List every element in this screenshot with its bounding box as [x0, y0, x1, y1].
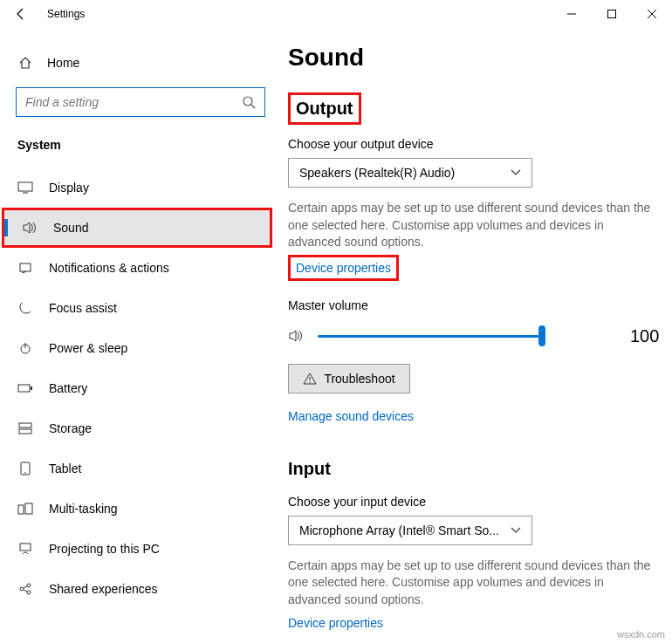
sound-icon — [22, 221, 38, 235]
svg-point-24 — [310, 381, 311, 382]
slider-thumb[interactable] — [538, 325, 545, 346]
page-title: Sound — [288, 44, 665, 72]
notifications-icon — [17, 261, 33, 275]
nav-battery[interactable]: Battery — [0, 368, 281, 408]
nav-projecting[interactable]: Projecting to this PC — [0, 529, 281, 569]
arrow-left-icon — [14, 7, 28, 21]
category-heading: System — [0, 133, 281, 168]
nav-label: Battery — [49, 381, 87, 395]
watermark: wsxdn.com — [617, 629, 665, 640]
nav-label: Focus assist — [49, 301, 117, 315]
maximize-button[interactable] — [592, 0, 632, 28]
input-helper: Certain apps may be set up to use differ… — [288, 557, 655, 609]
maximize-icon — [607, 9, 617, 19]
svg-point-20 — [27, 591, 31, 594]
output-device-properties-link[interactable]: Device properties — [288, 255, 399, 281]
nav-display[interactable]: Display — [0, 168, 281, 208]
projecting-icon — [17, 543, 33, 555]
nav-shared[interactable]: Shared experiences — [0, 569, 281, 609]
close-button[interactable] — [632, 0, 672, 28]
warning-icon — [303, 373, 317, 385]
minimize-icon — [566, 9, 577, 19]
output-section: Output Choose your output device Speaker… — [288, 92, 665, 424]
nav-label: Shared experiences — [49, 582, 158, 596]
tablet-icon — [17, 462, 33, 475]
svg-rect-4 — [18, 182, 32, 191]
volume-icon[interactable] — [288, 328, 305, 344]
input-device-properties-link[interactable]: Device properties — [288, 616, 383, 630]
home-nav[interactable]: Home — [0, 45, 281, 80]
search-box[interactable] — [16, 87, 265, 117]
svg-point-14 — [24, 472, 26, 474]
home-icon — [17, 56, 33, 70]
nav-label: Projecting to this PC — [49, 542, 160, 556]
chevron-down-icon — [511, 527, 521, 534]
power-icon — [17, 341, 33, 355]
output-helper: Certain apps may be set up to use differ… — [288, 200, 655, 251]
output-heading: Output — [288, 92, 361, 125]
svg-rect-15 — [18, 505, 24, 514]
input-device-dropdown[interactable]: Microphone Array (Intel® Smart So... — [288, 516, 532, 545]
input-section: Input Choose your input device Microphon… — [288, 455, 665, 631]
output-choose-label: Choose your output device — [288, 137, 665, 151]
close-icon — [647, 9, 657, 19]
troubleshoot-button[interactable]: Troubleshoot — [288, 364, 410, 393]
svg-rect-11 — [19, 423, 31, 428]
svg-point-2 — [243, 97, 252, 106]
nav-sound[interactable]: Sound — [2, 208, 272, 248]
troubleshoot-label: Troubleshoot — [324, 372, 394, 386]
search-container — [16, 87, 265, 117]
svg-line-3 — [251, 105, 255, 108]
input-device-value: Microphone Array (Intel® Smart So... — [299, 523, 499, 537]
nav-label: Tablet — [49, 462, 81, 475]
home-label: Home — [47, 56, 79, 70]
focus-icon — [17, 301, 33, 315]
back-button[interactable] — [0, 0, 42, 28]
nav-power[interactable]: Power & sleep — [0, 328, 281, 368]
svg-rect-10 — [31, 386, 32, 390]
slider-track — [318, 335, 545, 338]
display-icon — [17, 181, 33, 194]
svg-rect-17 — [20, 544, 31, 551]
window-controls — [552, 0, 672, 28]
input-heading: Input — [288, 455, 336, 482]
volume-slider[interactable] — [318, 327, 592, 345]
nav-focus-assist[interactable]: Focus assist — [0, 288, 281, 328]
svg-point-18 — [20, 587, 24, 591]
master-volume-label: Master volume — [288, 298, 665, 312]
svg-rect-9 — [18, 385, 30, 392]
svg-rect-6 — [20, 263, 31, 271]
battery-icon — [17, 383, 33, 393]
svg-rect-1 — [608, 10, 616, 18]
output-device-dropdown[interactable]: Speakers (Realtek(R) Audio) — [288, 158, 532, 188]
nav-label: Storage — [49, 421, 92, 435]
svg-rect-16 — [25, 503, 32, 514]
multitasking-icon — [17, 503, 33, 515]
nav-label: Notifications & actions — [49, 261, 169, 275]
input-choose-label: Choose your input device — [288, 495, 665, 509]
sidebar: Home System Display Sound Notifications … — [0, 28, 281, 643]
svg-line-21 — [24, 586, 27, 588]
nav-label: Power & sleep — [49, 341, 127, 355]
nav-tablet[interactable]: Tablet — [0, 448, 281, 489]
manage-sound-devices-link[interactable]: Manage sound devices — [288, 409, 414, 423]
nav-multitasking[interactable]: Multi-tasking — [0, 489, 281, 529]
svg-line-22 — [24, 590, 27, 592]
nav-label: Multi-tasking — [49, 502, 118, 516]
svg-point-19 — [27, 584, 31, 587]
chevron-down-icon — [511, 169, 521, 176]
nav-storage[interactable]: Storage — [0, 408, 281, 448]
nav-notifications[interactable]: Notifications & actions — [0, 248, 281, 288]
search-input[interactable] — [25, 95, 242, 109]
volume-value: 100 — [630, 326, 665, 346]
nav-label: Sound — [53, 221, 88, 235]
titlebar: Settings — [0, 0, 672, 28]
shared-icon — [17, 582, 33, 596]
main-container: Home System Display Sound Notifications … — [0, 28, 672, 643]
window-title: Settings — [42, 8, 552, 20]
storage-icon — [17, 422, 33, 434]
svg-rect-12 — [19, 429, 31, 434]
minimize-button[interactable] — [552, 0, 592, 28]
search-icon — [242, 95, 256, 109]
content-area: Sound Output Choose your output device S… — [281, 28, 672, 643]
